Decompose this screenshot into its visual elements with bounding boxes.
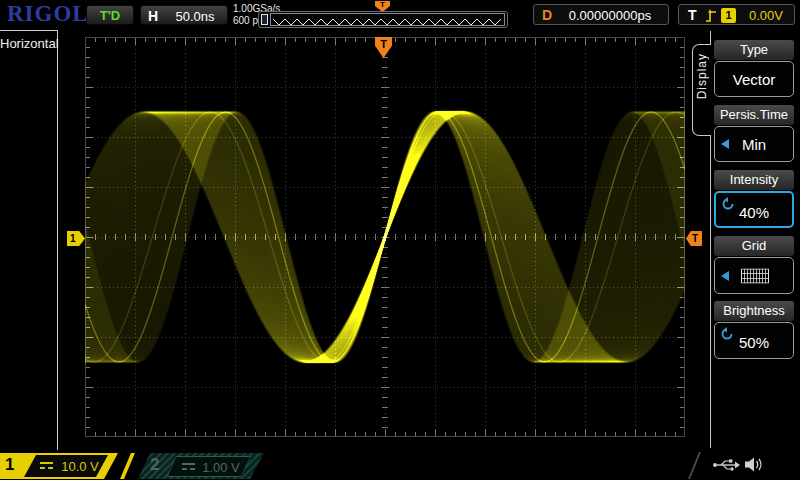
trigger-level-marker[interactable]: T [686, 231, 702, 246]
trigger-label: T [688, 7, 697, 23]
persistence-header: Persis.Time [714, 105, 794, 125]
usb-icon [712, 458, 740, 472]
trigger-source-badge: 1 [721, 8, 736, 23]
channel-separator [120, 453, 135, 479]
channel2-number: 2 [150, 455, 159, 475]
oscilloscope-screen: RIGOL T'D H 50.0ns 1.00GSa/s 600 pts T D… [0, 0, 800, 480]
dc-coupling-icon [40, 462, 53, 470]
bottom-channel-bar: 1 10.0 V 2 1.00 V [0, 450, 800, 480]
left-menu-title: Horizontal [0, 36, 58, 51]
timebase-value: 50.0ns [165, 9, 225, 24]
intensity-value: 40% [716, 204, 792, 221]
channel1-number: 1 [5, 455, 14, 475]
trigger-info-badge: T 1 0.00V [678, 4, 795, 25]
horizontal-menu-sidebar [0, 30, 58, 450]
channel2-scale: 1.00 V [196, 460, 246, 475]
brightness-value: 50% [715, 334, 793, 351]
intensity-button[interactable]: 40% [714, 191, 794, 228]
channel1-scale: 10.0 V [56, 459, 104, 474]
display-tab-label: Display [695, 53, 709, 99]
rigol-logo: RIGOL [7, 1, 89, 27]
trigger-status-badge: T'D [86, 5, 134, 25]
dc-coupling-icon [182, 463, 195, 471]
status-separator [688, 452, 702, 479]
type-button[interactable]: Vector [714, 61, 794, 97]
horizontal-timebase-badge[interactable]: H 50.0ns [140, 5, 228, 25]
waveform-preview-bar[interactable] [258, 11, 508, 28]
sound-icon [744, 456, 764, 473]
intensity-header: Intensity [714, 170, 794, 190]
persistence-button[interactable]: Min [714, 126, 794, 162]
preview-window [270, 13, 505, 26]
waveform-display [85, 37, 685, 437]
delay-badge: D 0.00000000ps [533, 4, 669, 25]
grid-icon [741, 268, 769, 283]
tab-display: Display [692, 44, 711, 136]
grid-button[interactable] [714, 257, 794, 294]
preview-wave [271, 15, 505, 28]
persistence-value: Min [715, 136, 793, 153]
brightness-button[interactable]: 50% [714, 322, 794, 359]
trigger-level-value: 0.00V [741, 8, 791, 23]
delay-value: 0.00000000ps [554, 8, 666, 23]
h-label: H [148, 8, 158, 24]
brightness-header: Brightness [714, 301, 794, 321]
preview-handle[interactable] [261, 14, 268, 25]
type-value: Vector [715, 71, 793, 88]
rising-edge-icon [705, 8, 718, 23]
delay-label: D [542, 7, 552, 23]
grid-header: Grid [714, 236, 794, 256]
top-status-bar: RIGOL T'D H 50.0ns 1.00GSa/s 600 pts T D… [0, 0, 800, 30]
type-header: Type [714, 40, 794, 60]
chevron-left-icon [721, 271, 729, 281]
channel1-offset-marker[interactable]: 1 [67, 231, 85, 246]
